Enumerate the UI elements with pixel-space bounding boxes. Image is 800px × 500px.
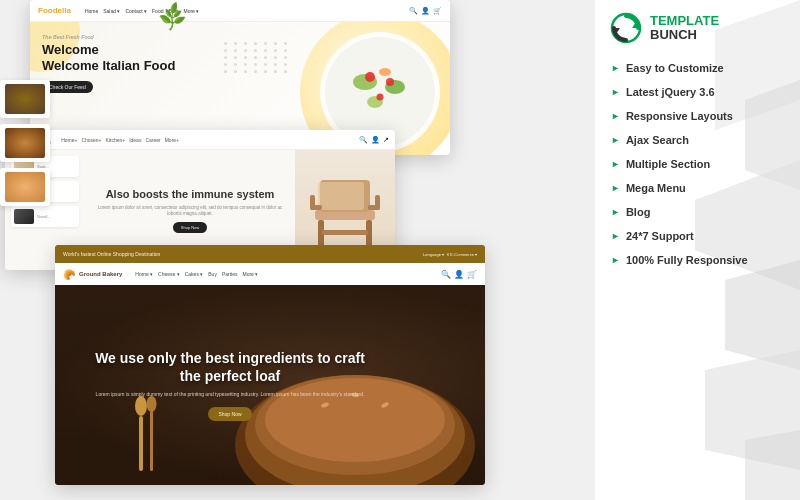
side-thumb-3 (0, 168, 50, 206)
svg-point-29 (135, 396, 147, 416)
food-nav-icons: 🔍 👤 🛒 (409, 7, 442, 15)
amber-nav-links: Home+ Chosen+ Kitchen+ Ideas Career More… (61, 137, 179, 143)
bakery-nav-icons: 🔍 👤 🛒 (441, 270, 477, 279)
amber-search-icon: 🔍 (359, 136, 368, 144)
bakery-hero: We use only the best ingredients to craf… (55, 285, 485, 485)
feature-jquery: ► Latest jQuery 3.6 (605, 81, 790, 103)
bakery-parties: Parties (222, 271, 238, 277)
amber-nav: AMBER APPLIANCES Home+ Chosen+ Kitchen+ … (5, 130, 395, 150)
amber-thumb-3 (14, 209, 34, 224)
bakery-hero-cta: Shop Now (208, 407, 251, 421)
arrow-icon-8: ► (611, 231, 620, 241)
thumb-inner-3 (5, 172, 45, 202)
bakery-hero-title: We use only the best ingredients to craf… (95, 349, 365, 385)
bakery-bar-text: World's fastest Online Shopping Destinat… (63, 251, 160, 257)
side-thumbnails (0, 80, 50, 206)
left-panel: 🌿 Foodella Home Salad ▾ Contact ▾ Food B… (0, 0, 595, 500)
arrow-icon-9: ► (611, 255, 620, 265)
svg-point-31 (147, 396, 157, 412)
bakery-nav-links: Home ▾ Cheese ▾ Cakes ▾ Buy Parties More… (135, 271, 258, 277)
template-bunch-title: TEMPLATE BUNCH (650, 14, 719, 43)
bakery-brand-name: Ground Bakery (79, 271, 122, 277)
food-italian-food: Welcome Italian Food (42, 58, 175, 73)
wooden-spoons (135, 396, 160, 480)
arrow-icon-3: ► (611, 111, 620, 121)
bakery-top-bar: World's fastest Online Shopping Destinat… (55, 245, 485, 263)
svg-rect-12 (318, 182, 364, 210)
food-hero-subtitle: The Best Fresh Food (42, 34, 438, 40)
svg-rect-18 (310, 195, 315, 210)
amber-kitchen: Kitchen+ (106, 137, 126, 143)
food-nav-contact: Contact ▾ (125, 8, 147, 14)
amber-career: Career (145, 137, 160, 143)
svg-rect-27 (139, 416, 143, 471)
bakery-cakes: Cakes ▾ (185, 271, 204, 277)
feature-support: ► 24*7 Support (605, 225, 790, 247)
amber-more: More+ (165, 137, 179, 143)
food-logo: Foodella (38, 6, 71, 15)
feature-label-2: Latest jQuery 3.6 (626, 86, 715, 98)
arrow-icon-5: ► (611, 159, 620, 169)
arrow-icon-2: ► (611, 87, 620, 97)
amber-ideas: Ideas (129, 137, 141, 143)
spoons-svg (135, 396, 160, 476)
dots-decoration (224, 42, 290, 73)
feature-blog: ► Blog (605, 201, 790, 223)
amber-product-3: Noodl... (11, 206, 79, 227)
side-thumb-1 (0, 80, 50, 118)
amber-center-title: Also boosts the immune system (106, 187, 275, 201)
side-thumb-2 (0, 124, 50, 162)
svg-rect-30 (150, 411, 153, 471)
thumb-inner-1 (5, 84, 45, 114)
features-list: ► Easy to Customize ► Latest jQuery 3.6 … (595, 52, 800, 276)
arrow-icon-7: ► (611, 207, 620, 217)
amber-cta: Shop Now (173, 222, 207, 233)
bakery-cart-icon: 🛒 (467, 270, 477, 279)
search-icon: 🔍 (409, 7, 418, 15)
feature-label-4: Ajax Search (626, 134, 689, 146)
feature-fully-responsive: ► 100% Fully Responsive (605, 249, 790, 271)
template-bunch-header: TEMPLATE BUNCH (595, 0, 800, 52)
bakery-language: Language ▾ (423, 252, 444, 257)
dots-grid (224, 42, 290, 73)
feature-label-8: 24*7 Support (626, 230, 694, 242)
amber-user-icon: 👤 (371, 136, 380, 144)
feature-label-7: Blog (626, 206, 650, 218)
feature-responsive: ► Responsive Layouts (605, 105, 790, 127)
bakery-home: Home ▾ (135, 271, 153, 277)
food-nav-home: Home (85, 8, 98, 14)
bakery-currency: € E-Commerce ▾ (447, 252, 477, 257)
right-panel: TEMPLATE BUNCH ► Easy to Customize ► Lat… (595, 0, 800, 500)
amber-share-icon: ↗ (383, 136, 389, 144)
bakery-user-icon: 👤 (454, 270, 464, 279)
feature-multiple-section: ► Multiple Section (605, 153, 790, 175)
tb-title-line2: BUNCH (650, 28, 719, 42)
bakery-logo: 🥐 Ground Bakery (63, 269, 122, 280)
tb-title-line1: TEMPLATE (650, 14, 719, 28)
svg-marker-37 (745, 430, 800, 500)
arrow-icon-4: ► (611, 135, 620, 145)
food-nav: Foodella Home Salad ▾ Contact ▾ Food Blo… (30, 0, 450, 22)
bakery-logo-text-block: Ground Bakery (79, 271, 122, 277)
amber-nav-icons: 🔍 👤 ↗ (359, 136, 389, 144)
template-bunch-logo-svg (610, 12, 642, 44)
bakery-more: More ▾ (242, 271, 258, 277)
bakery-website-mockup: World's fastest Online Shopping Destinat… (55, 245, 485, 485)
bakery-logo-icon: 🥐 (63, 269, 75, 280)
bakery-buy: Buy (208, 271, 217, 277)
svg-rect-19 (375, 195, 380, 210)
amber-chosen: Chosen+ (81, 137, 101, 143)
feature-label-3: Responsive Layouts (626, 110, 733, 122)
feature-ajax: ► Ajax Search (605, 129, 790, 151)
bakery-bar-right: Language ▾ € E-Commerce ▾ (423, 252, 477, 257)
thumb-inner-2 (5, 128, 45, 158)
feature-mega-menu: ► Mega Menu (605, 177, 790, 199)
amber-center-text: Lorem ipsum dolor sit amet, consectetur … (93, 205, 287, 218)
svg-rect-15 (322, 230, 368, 235)
amber-product-label-3: Noodl... (37, 214, 51, 219)
cart-icon: 🛒 (433, 7, 442, 15)
arrow-icon-1: ► (611, 63, 620, 73)
food-nav-more: More ▾ (183, 8, 199, 14)
bakery-cheese: Cheese ▾ (158, 271, 180, 277)
feature-label-1: Easy to Customize (626, 62, 724, 74)
